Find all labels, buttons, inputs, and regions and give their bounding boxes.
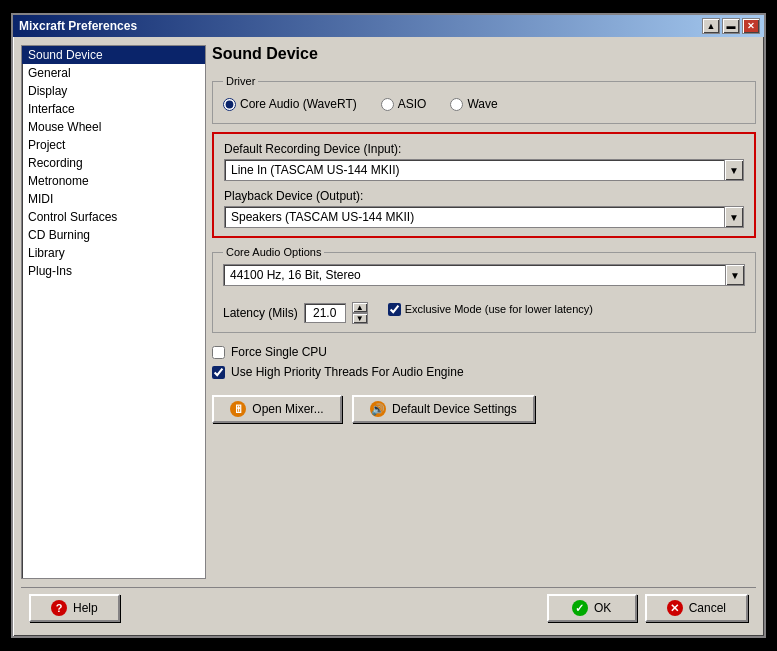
restore-button[interactable]: ▬ bbox=[722, 18, 740, 34]
radio-wave-label: Wave bbox=[467, 97, 497, 111]
core-audio-section: Core Audio Options 44100 Hz, 16 Bit, Ste… bbox=[212, 246, 756, 333]
main-area: Sound Device General Display Interface M… bbox=[21, 45, 756, 579]
cancel-label: Cancel bbox=[689, 601, 726, 615]
help-label: Help bbox=[73, 601, 98, 615]
sidebar-item-interface[interactable]: Interface bbox=[22, 100, 205, 118]
preferences-window: Mixcraft Preferences ▲ ▬ ✕ Sound Device … bbox=[11, 13, 766, 638]
ok-cancel-buttons: ✓ OK ✕ Cancel bbox=[547, 594, 748, 622]
default-device-label: Default Device Settings bbox=[392, 402, 517, 416]
latency-input[interactable] bbox=[304, 303, 346, 323]
radio-wave-input[interactable] bbox=[450, 98, 463, 111]
latency-section: Latency (Mils) ▲ ▼ bbox=[223, 302, 368, 324]
playback-device-group: Playback Device (Output): Speakers (TASC… bbox=[224, 189, 744, 228]
sidebar-item-sound-device[interactable]: Sound Device bbox=[22, 46, 205, 64]
action-buttons: 🎚 Open Mixer... 🔊 Default Device Setting… bbox=[212, 391, 756, 427]
input-output-section: Default Recording Device (Input): Line I… bbox=[212, 132, 756, 238]
sidebar-item-mouse-wheel[interactable]: Mouse Wheel bbox=[22, 118, 205, 136]
driver-legend: Driver bbox=[223, 75, 258, 87]
sidebar: Sound Device General Display Interface M… bbox=[21, 45, 206, 579]
default-device-button[interactable]: 🔊 Default Device Settings bbox=[352, 395, 535, 423]
ok-icon: ✓ bbox=[572, 600, 588, 616]
force-single-cpu-label: Force Single CPU bbox=[231, 345, 327, 359]
driver-section: Driver Core Audio (WaveRT) ASIO Wave bbox=[212, 75, 756, 124]
recording-device-dropdown-wrapper: Line In (TASCAM US-144 MKII) ▼ bbox=[224, 159, 744, 181]
radio-core-audio[interactable]: Core Audio (WaveRT) bbox=[223, 97, 357, 111]
radio-asio-label: ASIO bbox=[398, 97, 427, 111]
ok-label: OK bbox=[594, 601, 611, 615]
high-priority-checkbox[interactable] bbox=[212, 366, 225, 379]
latency-down-button[interactable]: ▼ bbox=[352, 313, 368, 324]
core-audio-legend: Core Audio Options bbox=[223, 246, 324, 258]
latency-spin-buttons: ▲ ▼ bbox=[352, 302, 368, 324]
exclusive-mode-checkbox[interactable] bbox=[388, 303, 401, 316]
core-audio-row: Latency (Mils) ▲ ▼ Exclusive Mode (use f… bbox=[223, 294, 745, 324]
high-priority-label: Use High Priority Threads For Audio Engi… bbox=[231, 365, 464, 379]
playback-device-label: Playback Device (Output): bbox=[224, 189, 744, 203]
sidebar-item-library[interactable]: Library bbox=[22, 244, 205, 262]
sidebar-item-control-surfaces[interactable]: Control Surfaces bbox=[22, 208, 205, 226]
recording-device-label: Default Recording Device (Input): bbox=[224, 142, 744, 156]
checkboxes-section: Force Single CPU Use High Priority Threa… bbox=[212, 341, 756, 383]
recording-device-dropdown[interactable]: Line In (TASCAM US-144 MKII) bbox=[224, 159, 744, 181]
sidebar-item-general[interactable]: General bbox=[22, 64, 205, 82]
content-panel: Sound Device Driver Core Audio (WaveRT) … bbox=[212, 45, 756, 579]
force-single-cpu-option[interactable]: Force Single CPU bbox=[212, 345, 756, 359]
bottom-bar: ? Help ✓ OK ✕ Cancel bbox=[21, 587, 756, 628]
sidebar-item-project[interactable]: Project bbox=[22, 136, 205, 154]
latency-up-button[interactable]: ▲ bbox=[352, 302, 368, 313]
sidebar-item-display[interactable]: Display bbox=[22, 82, 205, 100]
close-button[interactable]: ✕ bbox=[742, 18, 760, 34]
core-audio-dropdown-wrapper: 44100 Hz, 16 Bit, Stereo ▼ bbox=[223, 264, 745, 286]
cancel-button[interactable]: ✕ Cancel bbox=[645, 594, 748, 622]
radio-wave[interactable]: Wave bbox=[450, 97, 497, 111]
radio-asio-input[interactable] bbox=[381, 98, 394, 111]
window-body: Sound Device General Display Interface M… bbox=[13, 37, 764, 636]
ok-button[interactable]: ✓ OK bbox=[547, 594, 637, 622]
radio-asio[interactable]: ASIO bbox=[381, 97, 427, 111]
mixer-icon: 🎚 bbox=[230, 401, 246, 417]
window-title: Mixcraft Preferences bbox=[17, 19, 137, 33]
panel-title: Sound Device bbox=[212, 45, 756, 63]
radio-core-audio-input[interactable] bbox=[223, 98, 236, 111]
minimize-button[interactable]: ▲ bbox=[702, 18, 720, 34]
open-mixer-label: Open Mixer... bbox=[252, 402, 323, 416]
sidebar-item-plug-ins[interactable]: Plug-Ins bbox=[22, 262, 205, 280]
exclusive-mode-option[interactable]: Exclusive Mode (use for lower latency) bbox=[388, 303, 593, 316]
sidebar-item-cd-burning[interactable]: CD Burning bbox=[22, 226, 205, 244]
playback-device-dropdown[interactable]: Speakers (TASCAM US-144 MKII) bbox=[224, 206, 744, 228]
playback-device-dropdown-wrapper: Speakers (TASCAM US-144 MKII) ▼ bbox=[224, 206, 744, 228]
latency-label: Latency (Mils) bbox=[223, 306, 298, 320]
exclusive-mode-label: Exclusive Mode (use for lower latency) bbox=[405, 303, 593, 315]
radio-core-audio-label: Core Audio (WaveRT) bbox=[240, 97, 357, 111]
driver-radio-group: Core Audio (WaveRT) ASIO Wave bbox=[223, 93, 745, 115]
title-bar-buttons: ▲ ▬ ✕ bbox=[702, 18, 760, 34]
sidebar-item-metronome[interactable]: Metronome bbox=[22, 172, 205, 190]
title-bar: Mixcraft Preferences ▲ ▬ ✕ bbox=[13, 15, 764, 37]
help-button[interactable]: ? Help bbox=[29, 594, 120, 622]
sidebar-item-recording[interactable]: Recording bbox=[22, 154, 205, 172]
high-priority-option[interactable]: Use High Priority Threads For Audio Engi… bbox=[212, 365, 756, 379]
core-audio-dropdown[interactable]: 44100 Hz, 16 Bit, Stereo bbox=[223, 264, 745, 286]
sidebar-item-midi[interactable]: MIDI bbox=[22, 190, 205, 208]
recording-device-group: Default Recording Device (Input): Line I… bbox=[224, 142, 744, 181]
cancel-icon: ✕ bbox=[667, 600, 683, 616]
help-icon: ? bbox=[51, 600, 67, 616]
force-single-cpu-checkbox[interactable] bbox=[212, 346, 225, 359]
open-mixer-button[interactable]: 🎚 Open Mixer... bbox=[212, 395, 342, 423]
device-icon: 🔊 bbox=[370, 401, 386, 417]
